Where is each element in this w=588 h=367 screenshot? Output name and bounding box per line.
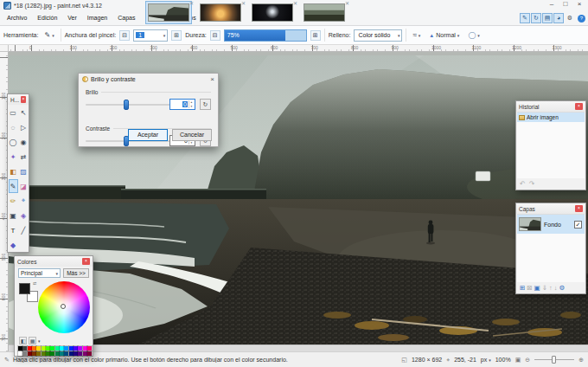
tool-text[interactable]: T <box>9 223 18 237</box>
tab-image-coast[interactable]: ✕ <box>301 1 348 24</box>
menu-edicion[interactable]: Edición <box>32 13 62 23</box>
move-layer-down-icon[interactable]: ↓ <box>554 284 558 292</box>
fill-style-combo[interactable]: Color sólido ▾ <box>354 29 402 42</box>
color-wheel[interactable] <box>38 281 90 333</box>
tool-recolor[interactable]: ◈ <box>19 209 29 222</box>
spin-down-icon[interactable]: ▾ <box>189 105 194 108</box>
palette-swatch[interactable] <box>55 346 60 351</box>
tab-image-beach[interactable]: ✕ <box>145 1 192 24</box>
tool-selector[interactable]: ✎ ▾ <box>42 31 56 40</box>
cancel-button[interactable]: Cancelar <box>172 129 212 141</box>
merge-layer-down-icon[interactable]: ⇓ <box>542 284 547 292</box>
close-icon[interactable]: × <box>575 103 583 110</box>
layers-titlebar[interactable]: Capas × <box>516 203 585 214</box>
palette-swatch[interactable] <box>18 346 22 351</box>
palette-swatch[interactable] <box>55 351 60 356</box>
palette-swatch[interactable] <box>69 346 74 351</box>
palette-swatch[interactable] <box>78 351 82 356</box>
move-layer-up-icon[interactable]: ↑ <box>549 284 553 292</box>
tab-image-night[interactable]: ✕ <box>249 1 296 24</box>
palette-swatch[interactable] <box>87 346 92 351</box>
tool-pan[interactable]: ⇄ <box>19 150 29 164</box>
menu-imagen[interactable]: Imagen <box>82 13 112 23</box>
palette-swatch[interactable] <box>36 346 41 351</box>
close-icon[interactable]: × <box>82 258 90 265</box>
tool-clone-stamp[interactable]: ▣ <box>9 209 18 222</box>
hardness-slider[interactable]: 75% <box>224 29 307 42</box>
maximize-button[interactable]: □ <box>559 0 572 10</box>
tool-lasso-select[interactable]: ◌ <box>9 120 18 134</box>
tools-palette-titlebar[interactable]: H... × <box>8 94 29 105</box>
palette-swatch[interactable] <box>28 351 32 356</box>
palette-swatch[interactable] <box>60 351 64 356</box>
brightness-reset-button[interactable]: ↻ <box>200 99 211 110</box>
width-decrease-button[interactable]: ⊟ <box>119 30 130 41</box>
palette-swatch[interactable] <box>22 351 27 356</box>
antialiasing-selector[interactable]: ≈ ▾ <box>410 31 423 40</box>
palette-swatch[interactable] <box>50 351 54 356</box>
palette-swatch[interactable] <box>83 346 87 351</box>
close-icon[interactable]: × <box>210 76 214 83</box>
zoom-slider-thumb[interactable] <box>552 356 556 364</box>
palette-swatch[interactable] <box>32 351 36 356</box>
help-icon[interactable]: ? <box>578 15 585 23</box>
palette-swatch[interactable] <box>46 346 50 351</box>
tool-shapes[interactable]: ◆ <box>9 238 18 252</box>
tool-pencil[interactable]: ✏ <box>9 194 18 208</box>
tool-color-picker[interactable]: ⌖ <box>19 194 29 208</box>
tool-zoom[interactable]: ◉ <box>19 135 29 149</box>
palette-swatch[interactable] <box>64 351 68 356</box>
undo-icon[interactable]: ↶ <box>520 180 526 188</box>
primary-color-swatch[interactable] <box>19 283 30 294</box>
swap-colors-icon[interactable]: ⇄ <box>33 280 36 286</box>
duplicate-layer-icon[interactable]: ▣ <box>534 284 540 292</box>
tool-move-selection[interactable]: ▷ <box>19 120 29 134</box>
history-titlebar[interactable]: Historial × <box>516 101 585 112</box>
tool-paint-bucket[interactable]: ◧ <box>9 164 18 178</box>
tool-gradient[interactable]: ▨ <box>19 164 29 178</box>
hardness-increase-button[interactable]: ⊞ <box>310 30 321 41</box>
zoom-out-icon[interactable]: ⊖ <box>525 357 530 364</box>
tool-ellipse-select[interactable]: ◯ <box>9 135 18 149</box>
spin-up-icon[interactable]: ▴ <box>189 100 194 104</box>
spinner[interactable]: ▴▾ <box>189 100 194 108</box>
colors-titlebar[interactable]: Colores × <box>15 256 93 267</box>
palette-swatch[interactable] <box>50 346 54 351</box>
hardness-decrease-button[interactable]: ⊟ <box>210 30 220 41</box>
palette-swatch[interactable] <box>87 351 92 356</box>
tool-move-pixels[interactable]: ↖ <box>19 106 29 119</box>
palette-swatch[interactable] <box>78 346 82 351</box>
toggle-history-icon[interactable]: ↻ <box>531 13 541 23</box>
spin-down-icon[interactable]: ▾ <box>189 141 194 145</box>
layer-visibility-checkbox[interactable]: ✓ <box>574 221 582 229</box>
palette-swatch[interactable] <box>60 346 64 351</box>
fit-window-icon[interactable]: ▣ <box>515 357 521 364</box>
palette-swatch[interactable] <box>64 346 68 351</box>
tool-line-curve[interactable]: ╱ <box>19 223 29 237</box>
menu-archivo[interactable]: Archivo <box>2 13 32 23</box>
menu-capas[interactable]: Capas <box>112 13 140 23</box>
zoom-in-icon[interactable]: ⊕ <box>578 357 584 364</box>
palette-swatch[interactable] <box>83 351 87 356</box>
add-layer-icon[interactable]: ⊞ <box>520 284 525 292</box>
zoom-slider[interactable] <box>534 356 574 364</box>
menu-ver[interactable]: Ver <box>62 13 82 23</box>
palette-swatch[interactable] <box>18 351 22 356</box>
palette-swatch[interactable] <box>22 346 27 351</box>
palette-swatch[interactable] <box>36 351 41 356</box>
palette-swatch[interactable] <box>32 346 36 351</box>
toggle-layers-icon[interactable]: ▤ <box>542 13 553 23</box>
units-selector[interactable]: px ▾ <box>481 357 491 363</box>
tab-image-sunset[interactable]: ✕ <box>197 1 244 24</box>
redo-icon[interactable]: ↷ <box>529 180 535 188</box>
settings-gear-icon[interactable]: ⚙ <box>565 13 575 23</box>
history-item[interactable]: Abrir imagen <box>517 113 585 122</box>
width-increase-button[interactable]: ⊞ <box>171 30 182 41</box>
ok-button[interactable]: Aceptar <box>128 129 168 141</box>
more-button[interactable]: Más >> <box>63 268 89 278</box>
brightness-input[interactable]: 0 ▴▾ <box>169 99 195 110</box>
toggle-tools-icon[interactable]: ✎ <box>520 13 530 23</box>
palette-swatch[interactable] <box>28 346 32 351</box>
tool-eraser[interactable]: ◪ <box>19 179 29 193</box>
close-button[interactable]: × <box>572 0 586 10</box>
